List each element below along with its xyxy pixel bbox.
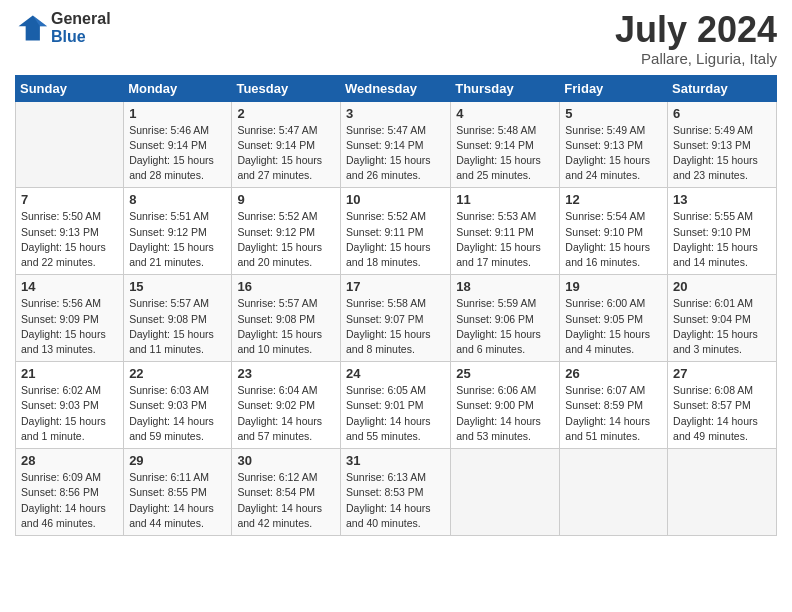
calendar-table: SundayMondayTuesdayWednesdayThursdayFrid…	[15, 75, 777, 536]
day-number: 18	[456, 279, 554, 294]
day-number: 1	[129, 106, 226, 121]
calendar-cell: 24Sunrise: 6:05 AM Sunset: 9:01 PM Dayli…	[340, 362, 450, 449]
day-number: 30	[237, 453, 335, 468]
day-info: Sunrise: 5:47 AM Sunset: 9:14 PM Dayligh…	[237, 123, 335, 184]
day-info: Sunrise: 5:48 AM Sunset: 9:14 PM Dayligh…	[456, 123, 554, 184]
day-number: 25	[456, 366, 554, 381]
day-number: 2	[237, 106, 335, 121]
calendar-cell: 14Sunrise: 5:56 AM Sunset: 9:09 PM Dayli…	[16, 275, 124, 362]
logo-blue-text: Blue	[51, 28, 111, 46]
day-info: Sunrise: 6:11 AM Sunset: 8:55 PM Dayligh…	[129, 470, 226, 531]
weekday-header: Wednesday	[340, 75, 450, 101]
day-number: 23	[237, 366, 335, 381]
day-info: Sunrise: 5:59 AM Sunset: 9:06 PM Dayligh…	[456, 296, 554, 357]
day-info: Sunrise: 6:06 AM Sunset: 9:00 PM Dayligh…	[456, 383, 554, 444]
day-info: Sunrise: 5:46 AM Sunset: 9:14 PM Dayligh…	[129, 123, 226, 184]
weekday-header: Monday	[124, 75, 232, 101]
day-info: Sunrise: 6:12 AM Sunset: 8:54 PM Dayligh…	[237, 470, 335, 531]
day-info: Sunrise: 5:51 AM Sunset: 9:12 PM Dayligh…	[129, 209, 226, 270]
day-info: Sunrise: 6:09 AM Sunset: 8:56 PM Dayligh…	[21, 470, 118, 531]
day-number: 12	[565, 192, 662, 207]
day-info: Sunrise: 6:02 AM Sunset: 9:03 PM Dayligh…	[21, 383, 118, 444]
calendar-cell: 7Sunrise: 5:50 AM Sunset: 9:13 PM Daylig…	[16, 188, 124, 275]
calendar-week-row: 21Sunrise: 6:02 AM Sunset: 9:03 PM Dayli…	[16, 362, 777, 449]
calendar-cell: 21Sunrise: 6:02 AM Sunset: 9:03 PM Dayli…	[16, 362, 124, 449]
day-info: Sunrise: 6:00 AM Sunset: 9:05 PM Dayligh…	[565, 296, 662, 357]
day-number: 11	[456, 192, 554, 207]
day-number: 17	[346, 279, 445, 294]
day-info: Sunrise: 5:57 AM Sunset: 9:08 PM Dayligh…	[129, 296, 226, 357]
day-number: 26	[565, 366, 662, 381]
day-info: Sunrise: 6:08 AM Sunset: 8:57 PM Dayligh…	[673, 383, 771, 444]
day-info: Sunrise: 6:13 AM Sunset: 8:53 PM Dayligh…	[346, 470, 445, 531]
day-number: 21	[21, 366, 118, 381]
calendar-cell: 27Sunrise: 6:08 AM Sunset: 8:57 PM Dayli…	[668, 362, 777, 449]
weekday-header: Saturday	[668, 75, 777, 101]
calendar-header-row: SundayMondayTuesdayWednesdayThursdayFrid…	[16, 75, 777, 101]
day-number: 10	[346, 192, 445, 207]
day-number: 3	[346, 106, 445, 121]
calendar-cell	[16, 101, 124, 188]
calendar-cell: 4Sunrise: 5:48 AM Sunset: 9:14 PM Daylig…	[451, 101, 560, 188]
calendar-cell: 2Sunrise: 5:47 AM Sunset: 9:14 PM Daylig…	[232, 101, 341, 188]
svg-marker-0	[19, 15, 47, 40]
day-number: 13	[673, 192, 771, 207]
logo-text: General Blue	[51, 10, 111, 45]
day-number: 6	[673, 106, 771, 121]
day-info: Sunrise: 5:47 AM Sunset: 9:14 PM Dayligh…	[346, 123, 445, 184]
calendar-cell: 11Sunrise: 5:53 AM Sunset: 9:11 PM Dayli…	[451, 188, 560, 275]
calendar-cell: 29Sunrise: 6:11 AM Sunset: 8:55 PM Dayli…	[124, 449, 232, 536]
subtitle: Pallare, Liguria, Italy	[615, 50, 777, 67]
logo-icon	[15, 12, 47, 44]
day-number: 22	[129, 366, 226, 381]
logo-general-text: General	[51, 10, 111, 28]
day-number: 19	[565, 279, 662, 294]
day-number: 31	[346, 453, 445, 468]
calendar-cell: 19Sunrise: 6:00 AM Sunset: 9:05 PM Dayli…	[560, 275, 668, 362]
day-info: Sunrise: 5:56 AM Sunset: 9:09 PM Dayligh…	[21, 296, 118, 357]
day-number: 20	[673, 279, 771, 294]
day-info: Sunrise: 6:07 AM Sunset: 8:59 PM Dayligh…	[565, 383, 662, 444]
day-number: 24	[346, 366, 445, 381]
weekday-header: Thursday	[451, 75, 560, 101]
calendar-cell: 23Sunrise: 6:04 AM Sunset: 9:02 PM Dayli…	[232, 362, 341, 449]
day-number: 4	[456, 106, 554, 121]
calendar-cell: 30Sunrise: 6:12 AM Sunset: 8:54 PM Dayli…	[232, 449, 341, 536]
day-number: 14	[21, 279, 118, 294]
day-number: 15	[129, 279, 226, 294]
main-title: July 2024	[615, 10, 777, 50]
day-info: Sunrise: 5:58 AM Sunset: 9:07 PM Dayligh…	[346, 296, 445, 357]
calendar-cell: 16Sunrise: 5:57 AM Sunset: 9:08 PM Dayli…	[232, 275, 341, 362]
day-info: Sunrise: 5:50 AM Sunset: 9:13 PM Dayligh…	[21, 209, 118, 270]
title-block: July 2024 Pallare, Liguria, Italy	[615, 10, 777, 67]
calendar-cell: 3Sunrise: 5:47 AM Sunset: 9:14 PM Daylig…	[340, 101, 450, 188]
day-number: 7	[21, 192, 118, 207]
day-info: Sunrise: 5:55 AM Sunset: 9:10 PM Dayligh…	[673, 209, 771, 270]
calendar-cell: 20Sunrise: 6:01 AM Sunset: 9:04 PM Dayli…	[668, 275, 777, 362]
calendar-week-row: 14Sunrise: 5:56 AM Sunset: 9:09 PM Dayli…	[16, 275, 777, 362]
day-info: Sunrise: 6:04 AM Sunset: 9:02 PM Dayligh…	[237, 383, 335, 444]
day-info: Sunrise: 5:54 AM Sunset: 9:10 PM Dayligh…	[565, 209, 662, 270]
day-number: 8	[129, 192, 226, 207]
calendar-cell: 8Sunrise: 5:51 AM Sunset: 9:12 PM Daylig…	[124, 188, 232, 275]
calendar-cell: 13Sunrise: 5:55 AM Sunset: 9:10 PM Dayli…	[668, 188, 777, 275]
day-info: Sunrise: 6:05 AM Sunset: 9:01 PM Dayligh…	[346, 383, 445, 444]
calendar-week-row: 7Sunrise: 5:50 AM Sunset: 9:13 PM Daylig…	[16, 188, 777, 275]
calendar-cell: 1Sunrise: 5:46 AM Sunset: 9:14 PM Daylig…	[124, 101, 232, 188]
day-number: 29	[129, 453, 226, 468]
calendar-cell: 28Sunrise: 6:09 AM Sunset: 8:56 PM Dayli…	[16, 449, 124, 536]
weekday-header: Sunday	[16, 75, 124, 101]
calendar-cell: 31Sunrise: 6:13 AM Sunset: 8:53 PM Dayli…	[340, 449, 450, 536]
calendar-cell	[560, 449, 668, 536]
weekday-header: Friday	[560, 75, 668, 101]
weekday-header: Tuesday	[232, 75, 341, 101]
calendar-cell	[668, 449, 777, 536]
day-number: 5	[565, 106, 662, 121]
logo: General Blue	[15, 10, 111, 45]
calendar-cell: 25Sunrise: 6:06 AM Sunset: 9:00 PM Dayli…	[451, 362, 560, 449]
day-number: 9	[237, 192, 335, 207]
calendar-cell: 12Sunrise: 5:54 AM Sunset: 9:10 PM Dayli…	[560, 188, 668, 275]
calendar-week-row: 1Sunrise: 5:46 AM Sunset: 9:14 PM Daylig…	[16, 101, 777, 188]
page: General Blue July 2024 Pallare, Liguria,…	[0, 0, 792, 612]
calendar-cell	[451, 449, 560, 536]
